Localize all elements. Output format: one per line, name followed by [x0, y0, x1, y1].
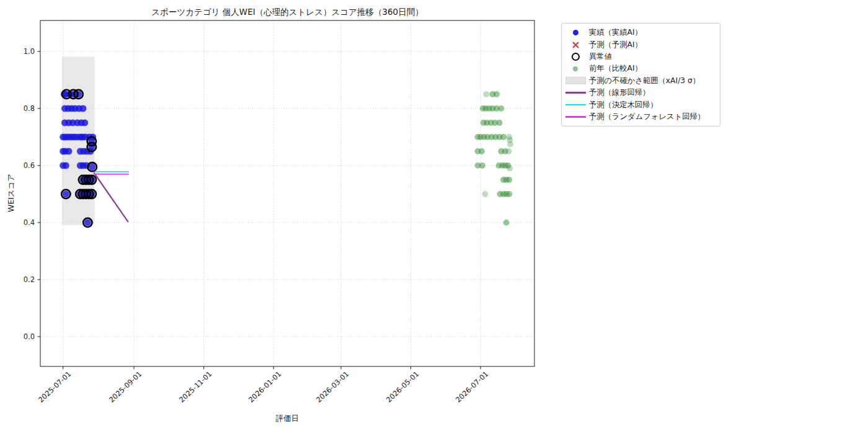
prev-year-point [494, 91, 500, 97]
actual-point [63, 162, 69, 169]
actual-point [65, 148, 72, 155]
anomaly-ring-icon [572, 53, 580, 61]
legend-item: 予測（決定木回帰） [562, 99, 715, 110]
decision-tree-line-icon [562, 104, 589, 105]
legend-item: 予測（予測AI） [562, 38, 715, 50]
y-tick-label: 1.0 [12, 47, 35, 56]
legend-item-label: 予測（線形回帰） [589, 87, 650, 98]
random-forest-line-icon [565, 116, 586, 117]
actual-point [81, 120, 88, 126]
prev-year-point-light [482, 191, 489, 197]
linear-regression-line [94, 173, 128, 223]
prev-year-point [500, 134, 507, 140]
prev-year-point [506, 191, 512, 197]
prev-year-dot-icon [562, 66, 589, 71]
prev-year-point [503, 219, 510, 226]
legend-item-label: 予測（ランダムフォレスト回帰） [589, 112, 705, 122]
y-tick-label: 0.2 [12, 275, 35, 284]
legend-item-label: 予測（予測AI） [589, 40, 642, 50]
chart-canvas: スポーツカテゴリ 個人WEI（心理的ストレス）スコア推移（360日間） 2025… [0, 0, 868, 434]
legend: 実績（実績AI）予測（予測AI）異常値前年（比較AI）予測の不確かさ範囲（xAI… [561, 23, 720, 126]
prev-year-point [479, 148, 485, 154]
legend-item: 前年（比較AI） [562, 63, 715, 74]
legend-item-label: 前年（比較AI） [589, 63, 642, 74]
y-axis-label: WEIスコア [6, 162, 16, 224]
uncertainty-band-swatch [562, 77, 589, 84]
prev-year-point-light [507, 141, 513, 148]
forecast-x-icon [572, 41, 580, 49]
linear-regression-line-icon [565, 92, 586, 93]
legend-item-label: 予測（決定木回帰） [589, 100, 658, 110]
x-axis-label: 評価日 [40, 414, 534, 424]
prev-year-point [506, 177, 512, 183]
prev-year-point-light [507, 166, 513, 172]
legend-item-label: 予測の不確かさ範囲（xAI/3 σ） [589, 76, 700, 86]
plot-area [0, 0, 868, 434]
linear-regression-line-icon [562, 92, 589, 93]
actual-point [84, 219, 91, 226]
anomaly-ring-icon [562, 53, 589, 61]
forecast-x-icon [562, 41, 589, 49]
actual-point [79, 105, 86, 112]
actual-dot-icon [562, 30, 589, 35]
legend-item: 異常値 [562, 51, 715, 63]
prev-year-point [497, 120, 503, 126]
random-forest-line-icon [562, 116, 589, 117]
actual-point [89, 164, 95, 170]
prev-year-point [498, 105, 504, 112]
y-tick-label: 0.8 [12, 104, 35, 113]
legend-item-label: 実績（実績AI） [589, 27, 642, 38]
uncertainty-band-swatch [565, 77, 586, 84]
legend-item: 予測（線形回帰） [562, 87, 715, 99]
plot-border [40, 20, 534, 366]
actual-dot-icon [573, 30, 578, 35]
legend-item: 予測（ランダムフォレスト回帰） [562, 111, 715, 123]
actual-point [63, 191, 69, 198]
prev-year-point-light [505, 148, 512, 154]
legend-item: 予測の不確かさ範囲（xAI/3 σ） [562, 75, 715, 87]
legend-item: 実績（実績AI） [562, 27, 715, 38]
legend-item-label: 異常値 [589, 51, 612, 62]
prev-year-point [479, 162, 485, 169]
decision-tree-line-icon [565, 104, 586, 105]
y-tick-label: 0.0 [12, 332, 35, 341]
prev-year-dot-icon [573, 66, 578, 71]
prev-year-point-light [483, 91, 489, 97]
